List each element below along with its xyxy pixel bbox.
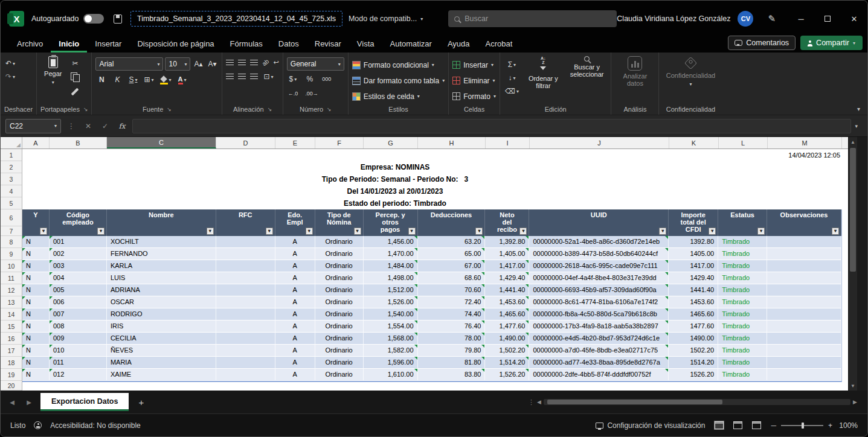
cell[interactable]: 006 bbox=[50, 296, 107, 308]
column-header-L[interactable]: L bbox=[719, 137, 768, 148]
row-header-10[interactable]: 10 bbox=[1, 260, 22, 272]
cell[interactable]: 1,470.00 bbox=[364, 248, 418, 260]
cell[interactable]: 1,610.00 bbox=[364, 369, 418, 381]
cell[interactable]: 00000000-2dfe-4bb5-874f-dddfdf00752f bbox=[529, 369, 669, 381]
cell[interactable]: A bbox=[275, 272, 315, 284]
cell[interactable]: 1,554.00 bbox=[364, 321, 418, 333]
horizontal-scroll-thumb[interactable] bbox=[547, 400, 722, 404]
cell[interactable]: 00000000-6693-45b9-af57-309dad60f90a bbox=[529, 284, 669, 296]
splitter-dots-icon[interactable]: ⋮ bbox=[528, 398, 535, 406]
confirm-entry-icon[interactable]: ✓ bbox=[98, 122, 112, 130]
analyze-data-button[interactable]: Analizar datos bbox=[620, 55, 651, 88]
filter-dropdown-button[interactable]: ▾ bbox=[40, 228, 47, 235]
cell[interactable]: A bbox=[275, 284, 315, 296]
find-select-button[interactable]: Buscar y seleccionar bbox=[567, 55, 608, 79]
cell[interactable]: 65.00 bbox=[418, 248, 486, 260]
vertical-scroll-thumb[interactable] bbox=[850, 148, 856, 272]
cell[interactable]: A bbox=[275, 296, 315, 308]
cell[interactable]: 00000000-8c61-4774-81ba-6106a7e174f2 bbox=[529, 296, 669, 308]
cell[interactable]: 00000000-52a1-4be8-a86c-d360d72e14eb bbox=[529, 236, 669, 248]
tab-vista[interactable]: Vista bbox=[349, 35, 382, 53]
cell[interactable]: A bbox=[275, 369, 315, 381]
cell[interactable]: 67.00 bbox=[418, 260, 486, 272]
align-middle-icon[interactable] bbox=[238, 60, 246, 66]
cell[interactable]: 1,392.80 bbox=[485, 236, 529, 248]
cell[interactable]: Timbrado bbox=[718, 272, 767, 284]
cell[interactable]: 1429.40 bbox=[669, 272, 718, 284]
tab-revisar[interactable]: Revisar bbox=[307, 35, 349, 53]
conditional-format-button[interactable]: Formato condicional▾ bbox=[352, 59, 434, 71]
cell[interactable]: 004 bbox=[50, 272, 107, 284]
cell[interactable]: N bbox=[22, 345, 50, 357]
decrease-font-button[interactable]: A▾ bbox=[206, 58, 218, 70]
page-layout-view-button[interactable] bbox=[733, 421, 742, 429]
column-header-A[interactable]: A bbox=[22, 137, 50, 148]
cell[interactable] bbox=[216, 333, 275, 345]
cell[interactable]: 1,582.00 bbox=[364, 345, 418, 357]
cell[interactable] bbox=[216, 357, 275, 369]
cell[interactable]: RODRIGO bbox=[107, 308, 216, 321]
cell[interactable]: Timbrado bbox=[718, 369, 767, 381]
close-button[interactable]: ✕ bbox=[841, 7, 867, 31]
delete-cells-button[interactable]: Eliminar▾ bbox=[452, 74, 495, 87]
redo-button[interactable]: ↷▾ bbox=[4, 71, 16, 83]
tab-inicio[interactable]: Inicio bbox=[51, 35, 87, 53]
cell[interactable]: Timbrado bbox=[718, 284, 767, 296]
cell[interactable]: N bbox=[22, 308, 50, 321]
font-name-combo[interactable]: Arial▾ bbox=[95, 57, 163, 71]
cell[interactable]: A bbox=[275, 321, 315, 333]
cell[interactable]: 74.40 bbox=[418, 308, 486, 321]
cell[interactable]: 007 bbox=[50, 308, 107, 321]
cell[interactable]: 005 bbox=[50, 284, 107, 296]
filter-dropdown-button[interactable]: ▾ bbox=[408, 228, 416, 235]
tab-automatizar[interactable]: Automatizar bbox=[382, 35, 440, 53]
sort-filter-button[interactable]: A↓Z Ordenar y filtrar bbox=[525, 55, 562, 91]
row-header-16[interactable]: 16 bbox=[1, 333, 22, 345]
cell[interactable]: 79.80 bbox=[418, 345, 486, 357]
cell[interactable] bbox=[216, 308, 275, 321]
align-top-icon[interactable] bbox=[226, 60, 234, 66]
column-header-F[interactable]: F bbox=[315, 137, 364, 148]
row-header-19[interactable]: 19 bbox=[1, 369, 22, 381]
cell[interactable]: 00000000-fb8a-4c50-880d-5ca79b618c8b bbox=[529, 308, 669, 321]
cell[interactable]: 1,490.00 bbox=[485, 333, 529, 345]
zoom-slider[interactable] bbox=[781, 425, 823, 426]
align-center-icon[interactable] bbox=[238, 74, 246, 80]
row-header-13[interactable]: 13 bbox=[1, 296, 22, 308]
cell[interactable]: Ordinario bbox=[315, 308, 364, 321]
column-header-C[interactable]: C bbox=[107, 137, 216, 148]
orientation-icon[interactable]: ab bbox=[261, 58, 271, 68]
tab-fórmulas[interactable]: Fórmulas bbox=[222, 35, 271, 53]
select-all-corner[interactable]: ◢ bbox=[1, 137, 22, 148]
cell[interactable] bbox=[767, 321, 841, 333]
cell[interactable]: Ordinario bbox=[315, 333, 364, 345]
cell[interactable]: A bbox=[275, 345, 315, 357]
cell[interactable]: 1,441.40 bbox=[485, 284, 529, 296]
sheet-tab-exportacion-datos[interactable]: Exportacion Datos bbox=[40, 393, 129, 411]
cell[interactable]: CECILIA bbox=[107, 333, 216, 345]
hscroll-left-icon[interactable]: ◀ bbox=[537, 399, 541, 405]
row-header-18[interactable]: 18 bbox=[1, 357, 22, 369]
bold-button[interactable]: N bbox=[95, 74, 108, 86]
cell[interactable] bbox=[767, 260, 841, 272]
display-settings[interactable]: Configuración de visualización bbox=[607, 421, 705, 430]
cell[interactable]: MARIA bbox=[107, 357, 216, 369]
cell[interactable]: N bbox=[22, 296, 50, 308]
cell[interactable]: 1502.20 bbox=[669, 345, 718, 357]
cell[interactable] bbox=[767, 369, 841, 381]
cell[interactable]: 009 bbox=[50, 333, 107, 345]
cell[interactable] bbox=[216, 345, 275, 357]
column-header-E[interactable]: E bbox=[275, 137, 315, 148]
cell[interactable]: 1526.20 bbox=[669, 369, 718, 381]
filter-dropdown-button[interactable]: ▾ bbox=[475, 228, 483, 235]
tab-ayuda[interactable]: Ayuda bbox=[440, 35, 478, 53]
cell[interactable]: A bbox=[275, 236, 315, 248]
cut-button[interactable]: ✂ bbox=[69, 57, 81, 69]
wrap-text-icon[interactable]: ↩ bbox=[274, 59, 279, 66]
column-header-M[interactable]: M bbox=[768, 137, 842, 148]
cell[interactable]: Ordinario bbox=[315, 236, 364, 248]
filter-dropdown-button[interactable]: ▾ bbox=[266, 228, 273, 235]
number-format-combo[interactable]: General▾ bbox=[287, 57, 344, 71]
filter-dropdown-button[interactable]: ▾ bbox=[207, 228, 214, 235]
share-button[interactable]: Compartir ▾ bbox=[800, 36, 863, 50]
